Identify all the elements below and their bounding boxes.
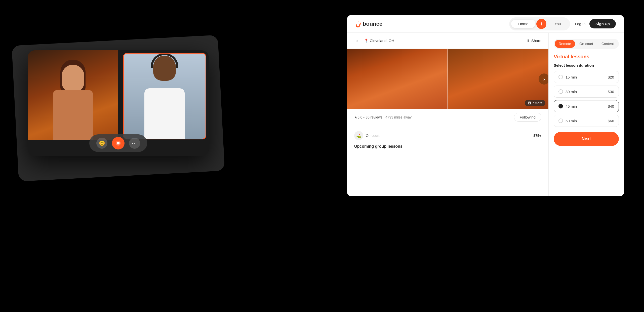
duration-60min-price: $60 [608,119,614,123]
distance-text: 4793 miles away [385,115,412,119]
radio-30min [558,89,563,94]
nav-home-btn[interactable]: Home [511,20,535,28]
images-row: 🖼 7 more [347,49,548,109]
tab-content[interactable]: Content [597,40,618,48]
nav-bar: bounce Home + You Log In Sign Up [347,15,624,33]
radio-60min [558,119,563,123]
duration-60min-left: 60 min [558,119,577,123]
location-text: 📍 Cleveland, OH [364,38,394,43]
oncourt-section: ⛳ On-court $75+ Upcoming group lessons [347,125,548,153]
duration-15min[interactable]: 15 min $20 [554,71,619,83]
tab-remote[interactable]: Remote [555,40,575,48]
login-button[interactable]: Log In [575,22,586,26]
type-tabs: Remote On-court Content [554,39,619,49]
oncourt-item: ⛳ On-court $75+ [354,129,541,142]
tab-oncourt[interactable]: On-court [576,40,596,48]
woman-body [53,90,93,140]
browser-window: bounce Home + You Log In Sign Up ‹ 📍 [347,15,624,196]
duration-45min-label: 45 min [566,104,577,108]
location-pin-icon: 📍 [364,38,369,43]
radio-15min [558,75,563,79]
video-call-controls: 😊 ··· [89,134,147,152]
more-options-button[interactable]: ··· [129,138,140,149]
back-button[interactable]: ‹ [354,37,360,45]
oncourt-price: $75+ [533,134,541,138]
woman-face [62,65,84,92]
following-button[interactable]: Following [514,113,541,122]
logo: bounce [355,20,382,27]
coach-info-row: ★5.0 • 35 reviews 4793 miles away Follow… [347,109,548,125]
nav-you-btn[interactable]: You [547,20,568,28]
virtual-lessons-title: Virtual lessons [554,54,619,60]
video-right-participant [123,53,206,139]
oncourt-icon: ⛳ [354,131,363,140]
duration-options: 15 min $20 30 min $30 [554,71,619,127]
man-body [144,88,185,139]
next-image-button[interactable]: › [539,73,548,85]
rating-text: ★5.0 • 35 reviews [354,115,382,119]
duration-30min[interactable]: 30 min $30 [554,86,619,98]
share-button[interactable]: ⬆ Share [527,38,541,43]
select-duration-label: Select lesson duration [554,63,619,67]
video-call-overlay: 😊 ··· [28,50,209,156]
duration-30min-price: $30 [608,90,614,94]
profile-panel: ‹ 📍 Cleveland, OH ⬆ Share [347,33,548,196]
duration-30min-label: 30 min [566,90,577,94]
woman-figure [48,60,98,140]
nav-center: Home + You [509,17,570,30]
duration-45min-left: 45 min [558,104,577,108]
duration-45min[interactable]: 45 min $40 [554,100,619,112]
duration-15min-price: $20 [608,75,614,79]
oncourt-text: On-court [366,134,379,138]
app-name: bounce [363,21,382,27]
man-figure [137,53,192,139]
emoji-button[interactable]: 😊 [96,138,107,149]
duration-15min-label: 15 min [566,75,577,79]
duration-15min-left: 15 min [558,75,577,79]
nav-plus-btn[interactable]: + [536,19,546,29]
share-icon: ⬆ [527,38,530,43]
image-1-bg [347,49,448,109]
duration-30min-left: 30 min [558,89,577,94]
more-badge: 🖼 7 more [525,100,545,106]
man-head [153,56,176,81]
duration-60min[interactable]: 60 min $60 [554,115,619,127]
duration-60min-label: 60 min [566,119,577,123]
next-button[interactable]: Next [554,132,619,146]
end-call-button[interactable] [112,137,125,149]
signup-button[interactable]: Sign Up [589,19,616,28]
content-area: ‹ 📍 Cleveland, OH ⬆ Share [347,33,624,196]
images-icon: 🖼 [528,101,531,105]
group-lessons-label: Upcoming group lessons [354,144,541,149]
logo-flame-icon [355,20,361,27]
nav-right: Log In Sign Up [575,19,616,28]
duration-45min-price: $40 [608,104,614,108]
profile-sub-nav: ‹ 📍 Cleveland, OH ⬆ Share [347,33,548,49]
right-panel: Remote On-court Content Virtual lessons … [548,33,624,196]
svg-rect-1 [117,142,119,144]
image-2: 🖼 7 more [448,49,549,109]
radio-45min [558,104,563,108]
video-left-participant [28,50,118,140]
images-container: 🖼 7 more › [347,49,548,109]
image-1 [347,49,448,109]
